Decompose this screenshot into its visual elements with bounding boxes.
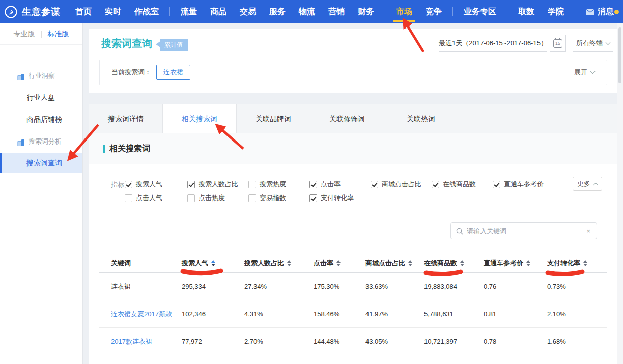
sidebar-group-search-word-analysis: 搜索词分析 [0,135,82,148]
keyword-cell: 2017款连衣裙 [99,337,182,346]
version-tab-divider [41,31,42,38]
filter-checkbox-click-rate[interactable]: 点击率 [309,180,341,189]
tab-related-brand-words[interactable]: 关联品牌词 [237,104,310,133]
filter-checkbox-mall-click-share[interactable]: 商城点击占比 [371,180,421,189]
nav-item-market[interactable]: 市场 [389,0,419,23]
value-cell: 0.76 [484,283,547,290]
vertical-scrollbar-track[interactable] [617,23,623,364]
sort-icon [526,260,530,266]
filter-checkbox-search-heat[interactable]: 搜索热度 [248,180,286,189]
sidebar-group-label: 行业洞察 [29,70,55,82]
nav-item-home[interactable]: 首页 [69,0,98,23]
filter-checkbox-payment-conversion[interactable]: 支付转化率 [309,193,354,203]
nav-item-goods[interactable]: 商品 [204,0,233,23]
value-cell: 0.78 [484,338,547,345]
checkbox-unchecked-icon [248,181,256,188]
clear-input-icon[interactable]: × [585,227,591,235]
nav-item-service[interactable]: 服务 [263,0,292,23]
checkbox-label: 搜索人气 [136,180,162,189]
value-cell: 158.46% [314,310,365,318]
column-header-payment-conversion[interactable]: 支付转化率 [547,259,607,268]
keyword-cell: 连衣裙女夏2017新款 [99,310,182,319]
sidebar-item-label: 行业大盘 [26,91,55,103]
checkbox-label: 交易指数 [260,193,286,203]
nav-item-logistics[interactable]: 物流 [292,0,322,23]
column-header-click-rate[interactable]: 点击率 [314,259,365,268]
column-header-keyword: 关键词 [99,259,182,268]
filter-checkbox-ztc-reference-price[interactable]: 直通车参考价 [493,180,544,189]
column-header-mall-click-share[interactable]: 商城点击占比 [365,259,424,268]
value-cell: 4.31% [244,310,314,318]
nav-item-data-fetch[interactable]: 取数 [512,0,541,23]
search-icon [456,228,463,235]
filter-checkbox-searcher-ratio[interactable]: 搜索人数占比 [187,180,238,189]
nav-item-competition[interactable]: 竞争 [419,0,448,23]
keyword-search-box: × [450,222,597,239]
tab-related-search-words[interactable]: 相关搜索词 [163,104,237,133]
sort-icon [460,260,464,266]
checkbox-checked-icon [187,181,195,188]
value-cell: 102,346 [182,310,244,318]
version-tab-standard[interactable]: 标准版 [48,30,69,39]
notification-dot [614,10,619,14]
value-cell: 27.34% [244,283,314,290]
tab-search-word-detail[interactable]: 搜索词详情 [89,104,163,133]
tab-related-modifier-words[interactable]: 关联修饰词 [310,104,384,133]
sidebar-item-search-word-query[interactable]: 搜索词查询 [0,153,82,173]
nav-item-warroom[interactable]: 作战室 [128,0,165,23]
checkbox-label: 支付转化率 [321,193,354,203]
more-button[interactable]: 更多 [573,177,602,191]
nav-item-traffic[interactable]: 流量 [174,0,204,23]
calendar-button[interactable]: 15 [550,35,566,52]
keyword-link[interactable]: 连衣裙女夏2017新款 [111,310,172,318]
filter-checkbox-click-heat[interactable]: 点击热度 [187,193,225,203]
keyword-search-input[interactable] [467,227,585,235]
nav-item-finance[interactable]: 财务 [351,0,381,23]
filter-checkbox-click-popularity[interactable]: 点击人气 [125,193,162,203]
messages-button[interactable]: 消息 [586,7,623,17]
nav-item-realtime[interactable]: 实时 [98,0,128,23]
terminal-select[interactable]: 所有终端 [573,35,613,52]
column-header-searcher-ratio[interactable]: 搜索人数占比 [244,259,314,268]
top-nav: 生意参谋 首页 实时 作战室 流量 商品 交易 服务 物流 营销 财务 市场 竞… [0,0,623,23]
sidebar-item-industry-overview[interactable]: 行业大盘 [0,91,82,103]
value-cell: 77,972 [182,338,244,345]
value-cell: 41.97% [365,310,424,318]
value-cell: 0.81 [484,310,547,318]
sidebar: 专业版 标准版 行业洞察 行业大盘 商品店铺榜 搜索词分析 行业热搜词 搜索词查… [0,23,83,364]
filter-checkbox-trade-index[interactable]: 交易指数 [248,193,286,203]
vertical-scrollbar-thumb[interactable] [618,27,621,83]
date-range-picker[interactable]: 最近1天（2017-06-15~2017-06-15） [439,35,547,52]
section-header: 相关搜索词 [103,144,150,154]
value-cell: 33.63% [365,283,424,290]
brand-logo[interactable]: 生意参谋 [0,5,69,19]
nav-item-academy[interactable]: 学院 [541,0,571,23]
value-cell: 2.10% [547,310,607,318]
column-header-search-popularity[interactable]: 搜索人气 [182,259,244,268]
checkbox-checked-icon [371,181,378,188]
column-header-online-products[interactable]: 在线商品数 [424,259,484,268]
checkbox-checked-icon [432,181,439,188]
checkbox-label: 搜索热度 [260,180,286,189]
version-tab-pro[interactable]: 专业版 [14,30,35,39]
checkbox-label: 商城点击占比 [382,180,421,189]
filter-checkbox-online-products[interactable]: 在线商品数 [432,180,476,189]
column-header-ztc-reference-price[interactable]: 直通车参考价 [484,259,547,268]
version-tabs: 专业版 标准版 [0,23,82,45]
nav-item-marketing[interactable]: 营销 [322,0,351,23]
tab-related-hot-words[interactable]: 关联热词 [384,104,458,133]
tab-bar: 搜索词详情 相关搜索词 关联品牌词 关联修饰词 关联热词 [89,104,617,133]
nav-item-business-zone[interactable]: 业务专区 [457,0,503,23]
keyword-link[interactable]: 2017款连衣裙 [111,338,152,345]
sidebar-group-industry-insight: 行业洞察 [0,70,82,82]
messages-label: 消息 [598,7,614,17]
filter-checkbox-search-popularity[interactable]: 搜索人气 [125,180,162,189]
section-accent-bar [103,145,105,153]
sidebar-item-product-shop-rank[interactable]: 商品店铺榜 [0,113,82,125]
value-cell: 10,721,397 [424,338,484,345]
expand-link[interactable]: 展开 [574,68,594,77]
value-cell: 1.68% [547,338,607,345]
nav-item-trade[interactable]: 交易 [233,0,263,23]
value-cell: 295,334 [182,283,244,290]
section-title: 相关搜索词 [109,144,150,154]
